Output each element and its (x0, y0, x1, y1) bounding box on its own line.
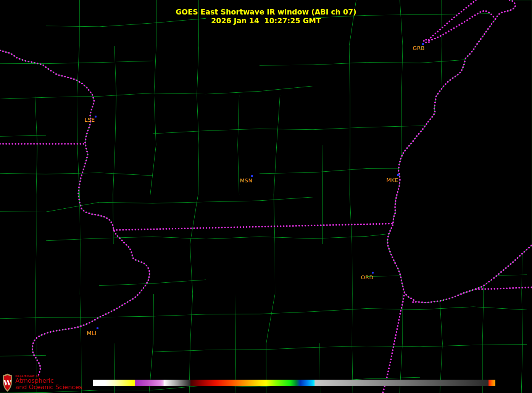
logo-name-line2: and Oceanic Sciences (15, 384, 82, 391)
station-label-grb: GRB (413, 45, 425, 51)
satellite-image-viewer: GRBLSEMSNMKEORDMLI GOES East Shortwave I… (0, 0, 532, 393)
station-ord: ORD (361, 272, 374, 280)
station-label-mke: MKE (386, 177, 398, 183)
county-line (149, 0, 156, 393)
uw-monogram: W (3, 379, 11, 387)
station-label-lse: LSE (84, 117, 95, 123)
station-marker-ord (372, 272, 374, 274)
station-marker-mke (397, 174, 399, 176)
map-canvas: GRBLSEMSNMKEORDMLI (0, 0, 532, 393)
station-marker-lse (95, 116, 97, 118)
county-line (349, 0, 357, 393)
county-line (235, 95, 239, 393)
temperature-colorbar (93, 380, 495, 386)
county-line (0, 345, 527, 356)
county-line (35, 95, 37, 393)
county-line (113, 46, 116, 393)
station-label-mli: MLI (87, 330, 97, 336)
station-mke: MKE (386, 174, 399, 183)
state-border-in-mi (476, 287, 532, 289)
state-border-mn-wi-mississippi (0, 50, 150, 375)
county-line (320, 145, 323, 393)
uw-logo-text: Department of Atmospheric and Oceanic Sc… (15, 375, 82, 391)
uw-crest-icon: W (2, 373, 13, 392)
station-label-ord: ORD (361, 274, 373, 280)
station-lse: LSE (84, 116, 97, 123)
county-line (0, 59, 527, 65)
station-marker-mli (97, 327, 98, 329)
station-label-msn: MSN (240, 177, 253, 184)
station-grb: GRB (413, 43, 425, 51)
lake-michigan-region (387, 0, 532, 303)
county-line (266, 95, 280, 393)
county-line (0, 307, 527, 319)
station-mli: MLI (87, 327, 98, 336)
station-msn: MSN (240, 175, 253, 184)
uw-aos-logo: W Department of Atmospheric and Oceanic … (2, 373, 82, 392)
shoreline-mn-wi-mississippi (0, 50, 150, 375)
station-marker-msn (251, 175, 253, 177)
county-line (189, 0, 199, 393)
